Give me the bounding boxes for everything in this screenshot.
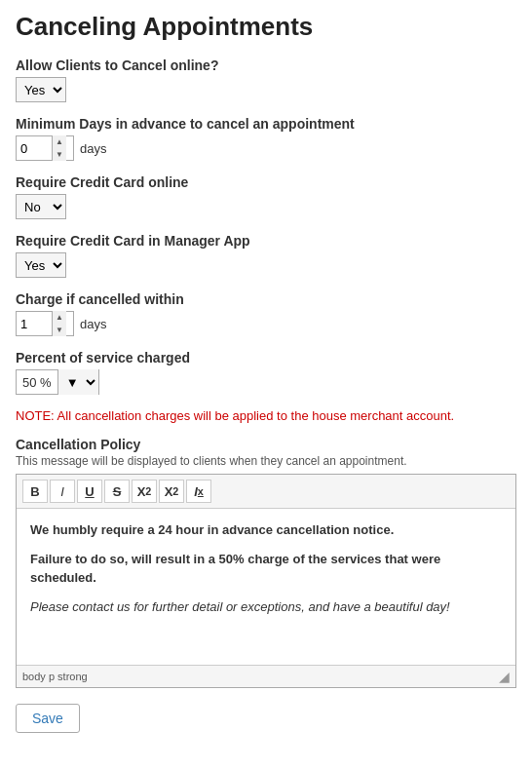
note-text: NOTE: All cancellation charges will be a… (16, 408, 516, 423)
editor-content[interactable]: We humbly require a 24 hour in advance c… (17, 509, 515, 665)
editor-statusbar: body p strong ◢ (17, 665, 515, 687)
charge-cancelled-up-button[interactable]: ▲ (53, 311, 66, 324)
resize-handle[interactable]: ◢ (499, 669, 510, 684)
minimum-days-label: Minimum Days in advance to cancel an app… (16, 116, 516, 132)
percent-charged-select[interactable]: ▼ (57, 369, 98, 395)
percent-charged-label: Percent of service charged (16, 350, 516, 365)
strikethrough-button[interactable]: S (104, 480, 130, 503)
policy-title: Cancellation Policy (16, 437, 516, 452)
charge-cancelled-spinner-buttons[interactable]: ▲ ▼ (52, 311, 66, 336)
minimum-days-spinner[interactable]: ▲ ▼ (16, 135, 74, 161)
content-line3: Please contact us for further detail or … (30, 599, 450, 614)
minimum-days-up-button[interactable]: ▲ (53, 135, 66, 148)
minimum-days-input[interactable] (17, 136, 52, 160)
require-cc-manager-field: Require Credit Card in Manager App Yes N… (16, 233, 516, 278)
require-cc-online-field: Require Credit Card online No Yes (16, 174, 516, 219)
subscript-button[interactable]: X2 (132, 480, 157, 503)
charge-cancelled-spinner[interactable]: ▲ ▼ (16, 311, 74, 336)
charge-cancelled-input[interactable] (17, 312, 52, 335)
bold-button[interactable]: B (22, 480, 48, 503)
minimum-days-spinner-buttons[interactable]: ▲ ▼ (52, 135, 66, 161)
editor-path: body p strong (22, 671, 88, 682)
minimum-days-down-button[interactable]: ▼ (53, 148, 66, 161)
content-line1: We humbly require a 24 hour in advance c… (30, 522, 394, 537)
require-cc-online-label: Require Credit Card online (16, 174, 516, 190)
clear-format-button[interactable]: Ix (186, 480, 211, 503)
italic-button[interactable]: I (50, 480, 75, 503)
require-cc-manager-select[interactable]: Yes No (16, 252, 66, 278)
allow-cancel-online-field: Allow Clients to Cancel online? Yes No (16, 58, 516, 102)
allow-cancel-online-select[interactable]: Yes No (16, 77, 66, 102)
require-cc-manager-label: Require Credit Card in Manager App (16, 233, 516, 249)
percent-charged-value: 50 % (17, 375, 57, 390)
page-title: Canceling Appointments (16, 12, 516, 42)
minimum-days-field: Minimum Days in advance to cancel an app… (16, 116, 516, 161)
percent-charged-box: 50 % ▼ (16, 369, 99, 395)
content-line2: Failure to do so, will result in a 50% c… (30, 552, 440, 586)
charge-cancelled-label: Charge if cancelled within (16, 291, 516, 307)
editor-container: B I U S X2 X2 Ix We humbly require a 24 … (16, 474, 516, 688)
require-cc-online-select[interactable]: No Yes (16, 194, 66, 219)
cancellation-policy-section: Cancellation Policy This message will be… (16, 437, 516, 688)
underline-button[interactable]: U (77, 480, 102, 503)
superscript-button[interactable]: X2 (159, 480, 184, 503)
allow-cancel-online-label: Allow Clients to Cancel online? (16, 58, 516, 73)
policy-subtitle: This message will be displayed to client… (16, 454, 516, 468)
charge-cancelled-down-button[interactable]: ▼ (53, 324, 66, 336)
percent-charged-field: Percent of service charged 50 % ▼ (16, 350, 516, 395)
editor-toolbar: B I U S X2 X2 Ix (17, 475, 515, 509)
charge-cancelled-field: Charge if cancelled within ▲ ▼ days (16, 291, 516, 336)
save-button[interactable]: Save (16, 704, 80, 733)
charge-cancelled-unit: days (80, 317, 106, 331)
minimum-days-unit: days (80, 141, 106, 156)
